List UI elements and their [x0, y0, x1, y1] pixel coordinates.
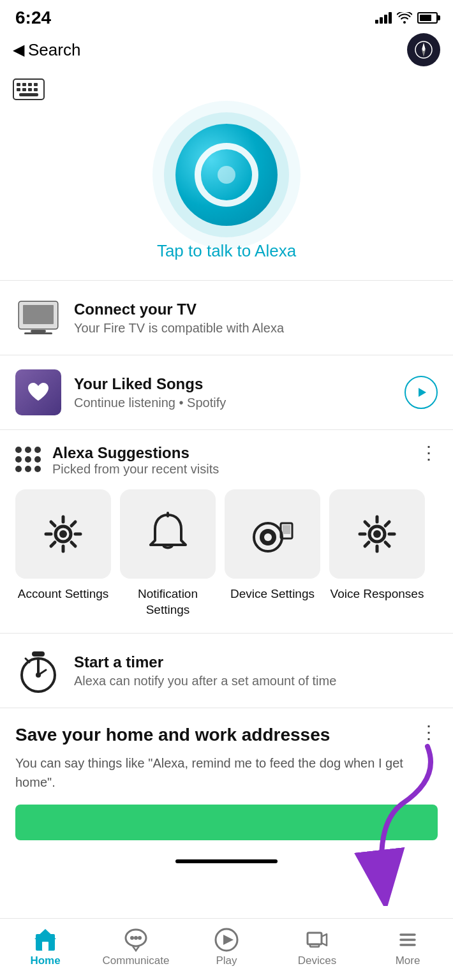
voice-responses-label: Voice Responses — [330, 586, 424, 602]
svg-point-33 — [264, 533, 272, 541]
timer-subtitle: Alexa can notify you after a set amount … — [74, 674, 438, 688]
svg-rect-62 — [308, 933, 322, 944]
svg-rect-5 — [17, 83, 20, 86]
svg-line-27 — [71, 542, 75, 546]
liked-songs-icon — [15, 369, 61, 415]
communicate-label: Communicate — [103, 954, 170, 967]
keyboard-button[interactable] — [13, 77, 45, 102]
alexa-button[interactable] — [175, 124, 278, 226]
compass-button[interactable] — [407, 33, 440, 66]
back-arrow-icon: ◀ — [13, 41, 24, 59]
svg-point-21 — [59, 530, 67, 538]
svg-rect-35 — [283, 525, 290, 534]
connect-tv-card[interactable]: Connect your TV Your Fire TV is compatib… — [0, 281, 453, 355]
connect-tv-text: Connect your TV Your Fire TV is compatib… — [74, 301, 438, 336]
play-nav-icon — [214, 928, 239, 952]
nav-communicate[interactable]: Communicate — [91, 928, 181, 967]
account-settings-label: Account Settings — [18, 586, 109, 602]
svg-marker-61 — [223, 935, 234, 945]
keyboard-icon — [13, 78, 45, 100]
device-settings-label: Device Settings — [230, 586, 315, 602]
tv-icon-wrap — [15, 295, 61, 341]
nav-more[interactable]: More — [362, 928, 453, 967]
timer-card[interactable]: Start a timer Alexa can notify you after… — [0, 634, 453, 708]
voice-responses-icon-box — [329, 489, 425, 579]
svg-rect-6 — [22, 83, 26, 86]
suggestion-account-settings[interactable]: Account Settings — [15, 489, 111, 618]
timer-text: Start a timer Alexa can notify you after… — [74, 653, 438, 688]
signal-icon — [375, 12, 392, 24]
svg-point-58 — [134, 936, 138, 940]
svg-point-59 — [138, 936, 142, 940]
suggestions-more-button[interactable]: ⋮ — [420, 444, 438, 462]
play-label: Play — [216, 954, 237, 967]
timer-icon — [18, 648, 59, 693]
svg-rect-10 — [22, 88, 26, 91]
suggestions-subtitle: Picked from your recent visits — [52, 462, 420, 477]
bottom-nav: Home Communicate Play Devices — [0, 918, 453, 980]
svg-rect-18 — [24, 332, 52, 334]
alexa-dot — [218, 166, 235, 184]
svg-rect-7 — [28, 83, 32, 86]
wifi-icon — [397, 12, 412, 24]
svg-rect-9 — [17, 88, 20, 91]
suggestion-device-settings[interactable]: Device Settings — [225, 489, 320, 618]
liked-songs-text: Your Liked Songs Continue listening • Sp… — [74, 375, 405, 410]
suggestions-header: Alexa Suggestions Picked from your recen… — [15, 444, 438, 477]
svg-line-42 — [365, 522, 369, 526]
suggestions-dots-icon — [15, 447, 41, 472]
battery-icon — [417, 12, 438, 24]
nav-play[interactable]: Play — [181, 928, 272, 967]
voice-gear-icon — [355, 512, 399, 556]
connect-tv-subtitle: Your Fire TV is compatible with Alexa — [74, 321, 438, 336]
more-icon — [396, 928, 420, 952]
notification-settings-icon-box — [120, 489, 216, 579]
alexa-section: Tap to talk to Alexa — [0, 111, 453, 280]
svg-rect-55 — [42, 942, 48, 951]
svg-line-29 — [51, 542, 55, 546]
status-bar: 6:24 — [0, 0, 453, 31]
svg-point-51 — [36, 672, 41, 678]
svg-point-57 — [130, 936, 134, 940]
status-time: 6:24 — [15, 8, 51, 28]
svg-line-43 — [385, 542, 389, 546]
play-button[interactable] — [405, 376, 438, 409]
top-nav: ◀ Search — [0, 31, 453, 73]
svg-rect-47 — [32, 651, 45, 657]
timer-title: Start a timer — [74, 653, 438, 671]
alexa-ring — [195, 143, 258, 207]
liked-songs-title: Your Liked Songs — [74, 375, 405, 393]
nav-home[interactable]: Home — [0, 928, 91, 967]
svg-line-28 — [71, 522, 75, 526]
toolbar-row — [0, 73, 453, 111]
svg-rect-12 — [34, 88, 38, 91]
status-icons — [375, 12, 438, 24]
bell-icon — [147, 512, 189, 556]
home-indicator — [175, 859, 278, 863]
tap-to-talk-label[interactable]: Tap to talk to Alexa — [157, 241, 296, 261]
communicate-icon — [124, 928, 148, 952]
gear-icon — [41, 512, 85, 556]
suggestion-voice-responses[interactable]: Voice Responses — [329, 489, 425, 618]
svg-line-44 — [385, 522, 389, 526]
devices-label: Devices — [298, 954, 336, 967]
suggestion-notification-settings[interactable]: Notification Settings — [120, 489, 216, 618]
devices-icon — [305, 928, 329, 952]
svg-marker-19 — [419, 388, 426, 397]
save-address-section: Save your home and work addresses ⋮ You … — [0, 708, 453, 852]
notification-settings-label: Notification Settings — [120, 586, 216, 618]
liked-songs-card[interactable]: Your Liked Songs Continue listening • Sp… — [0, 355, 453, 429]
compass-icon — [414, 40, 433, 59]
liked-songs-icon-wrap — [15, 369, 61, 415]
back-search-button[interactable]: ◀ Search — [13, 40, 80, 60]
device-icon — [250, 512, 295, 556]
suggestions-grid: Account Settings Notification Settings — [15, 489, 438, 627]
svg-point-37 — [373, 530, 381, 538]
search-label: Search — [28, 40, 80, 60]
svg-rect-8 — [34, 83, 38, 86]
device-settings-icon-box — [225, 489, 320, 579]
heart-icon — [27, 382, 50, 403]
save-address-more-button[interactable]: ⋮ — [420, 724, 438, 741]
svg-line-26 — [51, 522, 55, 526]
nav-devices[interactable]: Devices — [272, 928, 362, 967]
